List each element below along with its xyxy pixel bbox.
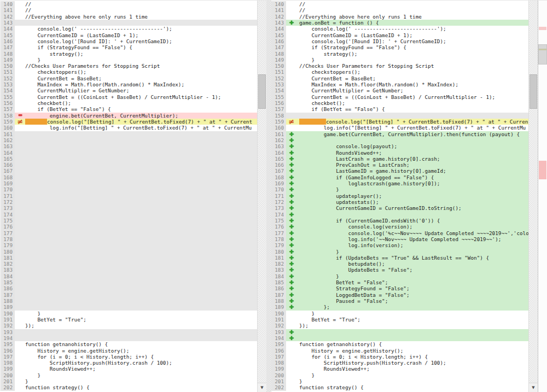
line-body[interactable]: ScriptHistory.push(History.crash / 100);	[286, 360, 528, 366]
code-line[interactable]: 183	[0, 267, 257, 273]
line-body[interactable]: ✚	[286, 212, 528, 218]
left-scrollbar-thumb[interactable]	[258, 74, 266, 109]
line-body[interactable]: checkbet();	[286, 100, 528, 106]
code-line[interactable]: 172	[0, 199, 257, 205]
code-line[interactable]: 186	[0, 285, 257, 291]
line-body[interactable]	[15, 292, 257, 298]
line-body[interactable]	[15, 335, 257, 341]
line-body[interactable]: BetYet = "True";	[15, 317, 257, 323]
line-body[interactable]: }	[15, 372, 257, 378]
line-body[interactable]: ✚ StrategyFound = "False";	[286, 285, 528, 291]
line-body[interactable]: ✚ LoggedBetData = "False";	[286, 292, 528, 298]
line-body[interactable]	[15, 143, 257, 149]
line-body[interactable]	[15, 249, 257, 255]
code-line[interactable]: 167	[0, 168, 257, 174]
code-line[interactable]: 148 strategy();	[271, 51, 528, 57]
code-line[interactable]: 182	[0, 261, 257, 267]
line-body[interactable]	[15, 131, 257, 137]
right-editor-pane[interactable]: 140//141//142//Everything above here onl…	[271, 1, 528, 392]
code-line[interactable]: 191 BetYet = "True";	[271, 317, 528, 323]
left-scrollbar[interactable]: ▼	[257, 1, 266, 392]
code-line[interactable]: 142//Everything above here only runs 1 t…	[0, 14, 257, 20]
code-line[interactable]: 178	[0, 236, 257, 242]
line-body[interactable]: ✚	[286, 329, 528, 335]
line-body[interactable]: }	[286, 378, 528, 384]
line-body[interactable]	[15, 236, 257, 242]
line-body[interactable]: log.info("[Betting] " + CurrentBet.toFix…	[286, 125, 528, 131]
code-line[interactable]: 174	[0, 212, 257, 218]
left-editor-pane[interactable]: 140//141//142//Everything above here onl…	[0, 1, 257, 392]
code-line[interactable]: 187	[0, 292, 257, 298]
line-body[interactable]: for (i = 0; i < History.length; i++) {	[15, 354, 257, 360]
code-line[interactable]: 162✚	[271, 137, 528, 143]
code-line[interactable]: 182✚ betupdate();	[271, 261, 528, 267]
right-scrollbar-thumb[interactable]	[529, 74, 537, 109]
scroll-down-arrow-icon[interactable]: ▼	[258, 383, 266, 392]
code-line[interactable]: 166	[0, 162, 257, 168]
code-line[interactable]: 170✚ }	[271, 186, 528, 192]
code-line[interactable]: 145 CurrentGameID = (LastGameID + 1);	[271, 32, 528, 38]
code-line[interactable]: 157 if (BetYet == "False") {	[0, 106, 257, 112]
code-line[interactable]: 181✚ if (UpdateBets == "True" && LastRes…	[271, 255, 528, 261]
line-body[interactable]: RoundsViewed++;	[15, 366, 257, 372]
code-line[interactable]: 176	[0, 224, 257, 230]
line-body[interactable]	[15, 137, 257, 143]
code-line[interactable]: 198 ScriptHistory.push(History.crash / 1…	[0, 360, 257, 366]
code-line[interactable]: 163✚ console.log(payout);	[271, 143, 528, 149]
code-line[interactable]: 175✚ if (CurrentGameID.endsWith('0')) {	[271, 218, 528, 224]
line-body[interactable]: //Everything above here only runs 1 time	[15, 14, 257, 20]
right-scrollbar[interactable]: ▼	[528, 1, 538, 392]
code-line[interactable]: 157 if (BetYet == "False") {	[271, 106, 528, 112]
line-body[interactable]: CurrentBet = ((CoinLost + BaseBet) / Cur…	[286, 94, 528, 100]
code-line[interactable]: 199 RoundsViewed++;	[0, 366, 257, 372]
code-line[interactable]: 149 }	[0, 57, 257, 63]
line-body[interactable]	[15, 329, 257, 335]
code-line[interactable]: 169	[0, 180, 257, 186]
line-body[interactable]: }	[286, 311, 528, 317]
code-line[interactable]: 140//	[0, 1, 257, 7]
line-body[interactable]: function getnanohistory() {	[15, 341, 257, 347]
line-body[interactable]: MaxIndex = Math.floor(Math.random() * Ma…	[15, 81, 257, 87]
code-line[interactable]: 194✚	[271, 335, 528, 341]
code-line[interactable]: 159≠console.log("[Betting] " + CurrentBe…	[0, 119, 257, 125]
code-line[interactable]: 140//	[271, 1, 528, 7]
line-body[interactable]: strategy();	[15, 51, 257, 57]
diff-map-viewport-indicator[interactable]	[538, 44, 547, 65]
line-body[interactable]: ✚ log.info('~~Nov~~~~ Update Completed ~…	[286, 236, 528, 242]
line-body[interactable]: checkstoppers();	[286, 69, 528, 75]
code-line[interactable]: 202function strategy() {	[0, 384, 257, 390]
line-body[interactable]: CurrentBet = ((CoinLost + BaseBet) / Cur…	[15, 94, 257, 100]
code-line[interactable]: 192});	[0, 323, 257, 329]
code-line[interactable]: 143✚game.onBet = function () {	[271, 20, 528, 26]
code-line[interactable]: 150//Checks User Parameters for Stopping…	[271, 63, 528, 69]
line-body[interactable]: ✚ log.info(version);	[286, 242, 528, 248]
line-body[interactable]: ✚ betupdate();	[286, 261, 528, 267]
code-line[interactable]: 173✚ CurrentGameID = CurrentGameID.toStr…	[271, 205, 528, 211]
line-body[interactable]: History = engine.getHistory();	[15, 348, 257, 354]
line-body[interactable]: ✚ CurrentGameID = CurrentGameID.toString…	[286, 205, 528, 211]
code-line[interactable]: 151 checkstoppers();	[271, 69, 528, 75]
code-line[interactable]: 200 }	[271, 372, 528, 378]
line-body[interactable]	[15, 261, 257, 267]
code-line[interactable]: 144 console.log(' ----------------------…	[271, 26, 528, 32]
line-body[interactable]: checkbet();	[15, 100, 257, 106]
line-body[interactable]	[15, 205, 257, 211]
code-line[interactable]: 181	[0, 255, 257, 261]
code-line[interactable]: 178✚ log.info('~~Nov~~~~ Update Complete…	[271, 236, 528, 242]
line-body[interactable]: CurrentMultiplier = GetNumber;	[15, 87, 257, 93]
line-body[interactable]: ✚ loglastcrash(game.history[0]);	[286, 180, 528, 186]
pane-splitter[interactable]	[266, 1, 271, 392]
line-body[interactable]	[15, 279, 257, 285]
code-line[interactable]: 173	[0, 205, 257, 211]
code-line[interactable]: 143	[0, 20, 257, 26]
line-body[interactable]: ✚ PrevCashOut = LastCrash;	[286, 162, 528, 168]
code-line[interactable]: 163	[0, 143, 257, 149]
line-body[interactable]: History = engine.getHistory();	[286, 348, 528, 354]
code-line[interactable]: 154 CurrentMultiplier = GetNumber;	[271, 87, 528, 93]
line-body[interactable]	[15, 180, 257, 186]
code-line[interactable]: 151 checkstoppers();	[0, 69, 257, 75]
code-line[interactable]: 161	[0, 131, 257, 137]
line-body[interactable]: }	[15, 378, 257, 384]
code-line[interactable]: 193✚	[271, 329, 528, 335]
code-line[interactable]: 160 log.info("[Betting] " + CurrentBet.t…	[0, 125, 257, 131]
